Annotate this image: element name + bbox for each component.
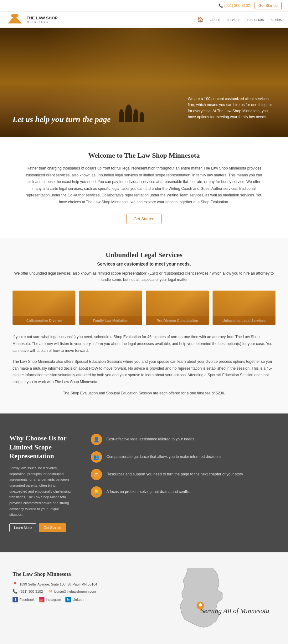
why-icon-4: 💡 — [91, 486, 102, 498]
serving-text: Serving All of Minnesota — [201, 607, 269, 615]
welcome-body: Rather than charging thousands of dollar… — [25, 165, 263, 206]
hero-heading: Let us help you turn the page — [13, 114, 111, 125]
card-inner-1 — [13, 291, 75, 325]
why-item-3: ⚖ Resources and support you need to turn… — [91, 469, 279, 480]
silhouette-child2 — [133, 109, 138, 122]
service-card-3[interactable]: Pre-Divorce Consultation — [146, 291, 209, 325]
email-icon: ✉ — [49, 589, 52, 594]
welcome-get-started-button[interactable]: Get Started — [126, 214, 162, 224]
mn-shape — [180, 568, 222, 627]
nav-about[interactable]: about — [210, 18, 220, 22]
welcome-section: Welcome to The Law Shop Minnesota Rather… — [0, 137, 288, 238]
nav-bar: THE LAW SHOP MINNESOTA 🏠 about services … — [0, 12, 288, 28]
why-text-4: A focus on problem-solving, not drama an… — [106, 486, 191, 494]
card-inner-4 — [213, 291, 275, 325]
svg-point-1 — [11, 14, 18, 18]
facebook-icon: f — [13, 597, 18, 602]
minnesota-map — [166, 565, 235, 634]
why-right-panel: 👤 Cost-effective legal assistance tailor… — [81, 428, 288, 538]
why-body: Family law issues, be it divorce, separa… — [9, 465, 72, 518]
welcome-heading: Welcome to The Law Shop Minnesota — [25, 151, 263, 160]
why-get-started-button[interactable]: Get Started — [39, 523, 66, 532]
logo: THE LAW SHOP MINNESOTA — [6, 14, 58, 25]
footer-info: The Law Shop Minnesota 📍 1599 Selby Aven… — [0, 552, 288, 644]
footer-social: f Facebook ◎ Instagram in LinkedIn — [13, 597, 100, 602]
service-cards-container: Collaborative Divorce Family Law Mediati… — [13, 291, 275, 325]
instagram-icon: ◎ — [39, 597, 44, 602]
nav-links: 🏠 about services resources stories — [197, 17, 282, 23]
card-inner-2 — [79, 291, 142, 325]
map-pin-inner — [199, 603, 202, 606]
social-facebook[interactable]: f Facebook — [13, 597, 34, 602]
why-item-4: 💡 A focus on problem-solving, not drama … — [91, 486, 279, 498]
top-bar: 📞 (651) 300-3102 Get Started — [0, 0, 288, 12]
nav-services[interactable]: services — [227, 18, 240, 22]
location-icon: 📍 — [13, 582, 18, 586]
hero-description: We are a 100 percent customized client s… — [188, 96, 275, 120]
why-item-2: 👥 Compassionate guidance that allows you… — [91, 451, 279, 463]
get-started-top-button[interactable]: Get Started — [255, 2, 282, 9]
services-section: Unbundled Legal Services Services are cu… — [0, 238, 288, 414]
linkedin-icon: in — [65, 597, 71, 602]
services-body-2: The Law Shop Minnesota also offers Spous… — [13, 358, 275, 385]
hero-silhouette — [119, 104, 144, 122]
social-linkedin[interactable]: in LinkedIn — [65, 597, 85, 602]
services-subheading: Services are customized to meet your nee… — [13, 261, 275, 266]
services-heading: Unbundled Legal Services — [13, 251, 275, 259]
footer-org-name: The Law Shop Minnesota — [13, 571, 100, 577]
footer-right: Serving All of Minnesota — [113, 565, 288, 634]
services-body-1: If you're not sure what legal service(s)… — [13, 334, 275, 354]
phone-number[interactable]: 📞 (651) 300-3102 — [219, 3, 250, 8]
why-icon-1: 👤 — [91, 434, 102, 445]
services-intro: We offer unbundled legal services, also … — [13, 270, 275, 283]
hero-section: Let us help you turn the page We are a 1… — [0, 28, 288, 137]
why-section: Why Choose Us for Limited Scope Represen… — [0, 413, 288, 552]
card-inner-3 — [146, 291, 209, 325]
social-instagram[interactable]: ◎ Instagram — [39, 597, 61, 602]
why-left-panel: Why Choose Us for Limited Scope Represen… — [0, 428, 81, 538]
hero-heading-block: Let us help you turn the page — [13, 114, 111, 125]
why-item-1: 👤 Cost-effective legal assistance tailor… — [91, 434, 279, 445]
silhouette-child1 — [119, 109, 124, 122]
service-card-1[interactable]: Collaborative Divorce — [13, 291, 75, 325]
footer-address: 📍 1599 Selby Avenue, Suite 108, St. Paul… — [13, 582, 100, 586]
silhouette-adult — [125, 104, 132, 122]
why-text-1: Cost-effective legal assistance tailored… — [106, 434, 194, 442]
service-card-4[interactable]: Unbundled Legal Services — [213, 291, 275, 325]
why-buttons: Learn More Get Started — [9, 523, 72, 532]
footer-phone-row: 📞 (651) 300-3102 ✉ louise@thelawshopmn.c… — [13, 589, 100, 594]
why-icon-2: 👥 — [91, 451, 102, 463]
silhouette-small — [140, 112, 144, 122]
why-icon-3: ⚖ — [91, 469, 102, 480]
logo-sub: MINNESOTA — [27, 20, 58, 23]
why-text-2: Compassionate guidance that allows you t… — [106, 451, 222, 459]
nav-home[interactable]: 🏠 — [197, 17, 203, 23]
service-card-2[interactable]: Family Law Mediation — [79, 291, 142, 325]
why-heading: Why Choose Us for Limited Scope Represen… — [9, 434, 72, 461]
nav-resources[interactable]: resources — [247, 18, 264, 22]
phone-icon: 📞 — [13, 589, 18, 594]
logo-icon — [6, 14, 23, 25]
services-body-3: The Shop Evaluation and Spousal Educatio… — [13, 390, 275, 397]
learn-more-button[interactable]: Learn More — [9, 523, 36, 532]
why-text-3: Resources and support you need to turn t… — [106, 469, 243, 477]
nav-stories[interactable]: stories — [271, 18, 282, 22]
footer-left: The Law Shop Minnesota 📍 1599 Selby Aven… — [0, 565, 113, 634]
logo-name: THE LAW SHOP — [27, 16, 58, 21]
